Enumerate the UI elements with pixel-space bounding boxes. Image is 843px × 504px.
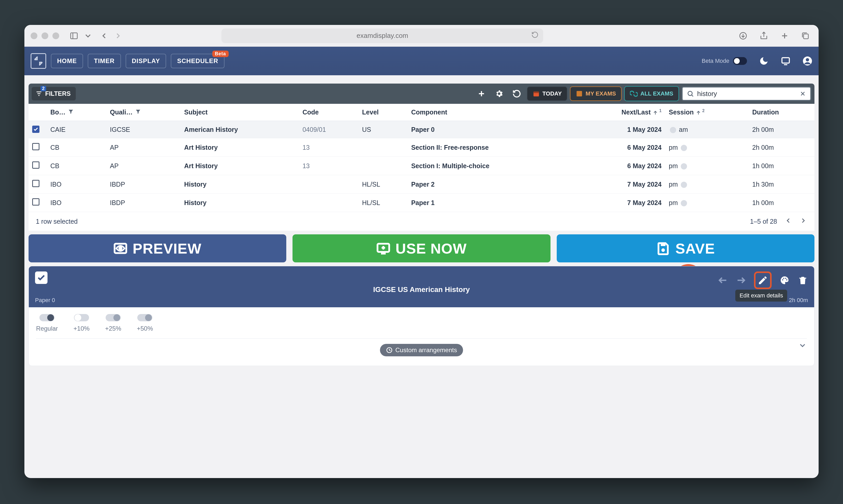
- row-checkbox[interactable]: [32, 198, 39, 205]
- cell-duration: 1h 30m: [749, 175, 814, 194]
- row-checkbox[interactable]: [32, 161, 39, 169]
- card-paper: Paper 0: [35, 297, 55, 304]
- cell-session: pm: [665, 175, 749, 194]
- app-header: HOME TIMER DISPLAY SCHEDULER Beta Beta M…: [24, 47, 819, 75]
- url-bar[interactable]: examdisplay.com: [221, 29, 543, 43]
- svg-point-13: [806, 58, 809, 61]
- reload-icon[interactable]: [531, 31, 539, 40]
- cell-code: [299, 175, 358, 194]
- toggle-pill[interactable]: [733, 57, 747, 65]
- col-session[interactable]: Session 2: [665, 104, 749, 121]
- cell-board: CAIE: [47, 121, 106, 138]
- forward-icon[interactable]: [114, 31, 123, 40]
- filter-icon[interactable]: [68, 109, 74, 114]
- toggle-plus50[interactable]: +50%: [137, 314, 153, 332]
- content: 2 FILTERS TODAY MY EXAMS ALL EXAMS: [24, 75, 819, 478]
- col-board[interactable]: Bo…: [47, 104, 106, 121]
- download-icon[interactable]: [739, 31, 748, 40]
- table-row[interactable]: CAIEIGCSEAmerican History0409/01USPaper …: [29, 121, 814, 138]
- expand-icon[interactable]: [798, 341, 807, 350]
- clear-search-icon[interactable]: [800, 90, 806, 97]
- col-quali[interactable]: Quali…: [106, 104, 181, 121]
- edit-tooltip: Edit exam details: [735, 290, 787, 302]
- col-code[interactable]: Code: [299, 104, 358, 121]
- custom-arrangements-chip[interactable]: Custom arrangements: [380, 344, 463, 356]
- cell-board: CB: [47, 157, 106, 175]
- table-row[interactable]: CBAPArt History13Section I: Multiple-cho…: [29, 157, 814, 175]
- cell-board: IBO: [47, 175, 106, 194]
- delete-icon[interactable]: [797, 275, 808, 286]
- row-checkbox[interactable]: [32, 180, 39, 187]
- add-icon[interactable]: [474, 87, 489, 101]
- palette-icon[interactable]: [779, 275, 790, 286]
- save-button[interactable]: SAVE: [557, 234, 814, 263]
- toggle-plus25[interactable]: +25%: [105, 314, 121, 332]
- max-dot[interactable]: [52, 33, 59, 39]
- my-exams-label: MY EXAMS: [586, 90, 616, 97]
- card-checkbox[interactable]: [35, 271, 48, 284]
- nav-scheduler[interactable]: SCHEDULER Beta: [171, 54, 224, 68]
- sidebar-icon[interactable]: [70, 31, 78, 40]
- new-tab-icon[interactable]: [780, 31, 789, 40]
- beta-mode-toggle[interactable]: Beta Mode: [702, 57, 747, 65]
- cell-board: CB: [47, 138, 106, 157]
- search-icon: [687, 90, 694, 97]
- share-icon[interactable]: [759, 31, 768, 40]
- prev-exam-icon[interactable]: [718, 275, 728, 286]
- filters-button[interactable]: 2 FILTERS: [32, 87, 76, 101]
- col-level[interactable]: Level: [358, 104, 408, 121]
- beta-mode-label: Beta Mode: [702, 58, 729, 65]
- browser-window: examdisplay.com HOME TIMER DISPLAY SCHED…: [24, 25, 819, 478]
- cell-component: Section I: Multiple-choice: [408, 157, 573, 175]
- col-next[interactable]: Next/Last 1: [573, 104, 665, 121]
- cell-session: am: [665, 121, 749, 138]
- toggle-regular[interactable]: Regular: [36, 314, 58, 332]
- next-page-icon[interactable]: [800, 217, 807, 226]
- today-button[interactable]: TODAY: [527, 86, 568, 101]
- svg-line-23: [692, 95, 693, 96]
- filters-label: FILTERS: [45, 90, 71, 97]
- svg-rect-34: [661, 243, 665, 246]
- chevron-down-icon[interactable]: [84, 31, 92, 40]
- rows-selected-text: 1 row selected: [36, 218, 77, 225]
- use-now-button[interactable]: USE NOW: [292, 234, 550, 263]
- edit-exam-button[interactable]: [754, 271, 772, 289]
- nav-home[interactable]: HOME: [51, 54, 83, 68]
- refresh-icon[interactable]: [509, 87, 524, 101]
- settings-icon[interactable]: [491, 87, 507, 101]
- min-dot[interactable]: [41, 33, 48, 39]
- col-subject[interactable]: Subject: [181, 104, 299, 121]
- back-icon[interactable]: [100, 31, 108, 40]
- nav-timer[interactable]: TIMER: [88, 54, 121, 68]
- cell-session: pm: [665, 138, 749, 157]
- app-logo-icon[interactable]: [31, 53, 46, 69]
- pencil-icon: [758, 275, 768, 286]
- table-row[interactable]: CBAPArt History13Section II: Free-respon…: [29, 138, 814, 157]
- toggle-plus10[interactable]: +10%: [73, 314, 90, 332]
- dark-mode-icon[interactable]: [759, 56, 769, 66]
- account-icon[interactable]: [803, 56, 812, 66]
- tabs-icon[interactable]: [801, 31, 810, 40]
- row-checkbox[interactable]: [32, 126, 39, 133]
- preview-label: PREVIEW: [132, 240, 201, 257]
- table-row[interactable]: IBOIBDPHistoryHL/SLPaper 27 May 2024pm 1…: [29, 175, 814, 194]
- col-component[interactable]: Component: [408, 104, 573, 121]
- search-input[interactable]: [697, 90, 796, 98]
- col-duration[interactable]: Duration: [749, 104, 814, 121]
- action-buttons-row: PREVIEW USE NOW SAVE: [29, 234, 814, 263]
- next-exam-icon[interactable]: [736, 275, 746, 286]
- prev-page-icon[interactable]: [784, 217, 792, 226]
- row-checkbox[interactable]: [32, 143, 39, 150]
- preview-button[interactable]: PREVIEW: [29, 234, 286, 263]
- all-exams-button[interactable]: ALL EXAMS: [624, 86, 679, 101]
- table-row[interactable]: IBOIBDPHistoryHL/SLPaper 17 May 2024pm 1…: [29, 194, 814, 212]
- filter-icon[interactable]: [135, 109, 141, 114]
- preview-icon: [113, 241, 127, 255]
- search-box[interactable]: [682, 86, 811, 101]
- cell-session: pm: [665, 194, 749, 212]
- nav-display[interactable]: DISPLAY: [126, 54, 166, 68]
- display-icon[interactable]: [781, 56, 791, 66]
- cell-date: 1 May 2024: [573, 121, 665, 138]
- my-exams-button[interactable]: MY EXAMS: [570, 86, 622, 101]
- close-dot[interactable]: [31, 33, 37, 39]
